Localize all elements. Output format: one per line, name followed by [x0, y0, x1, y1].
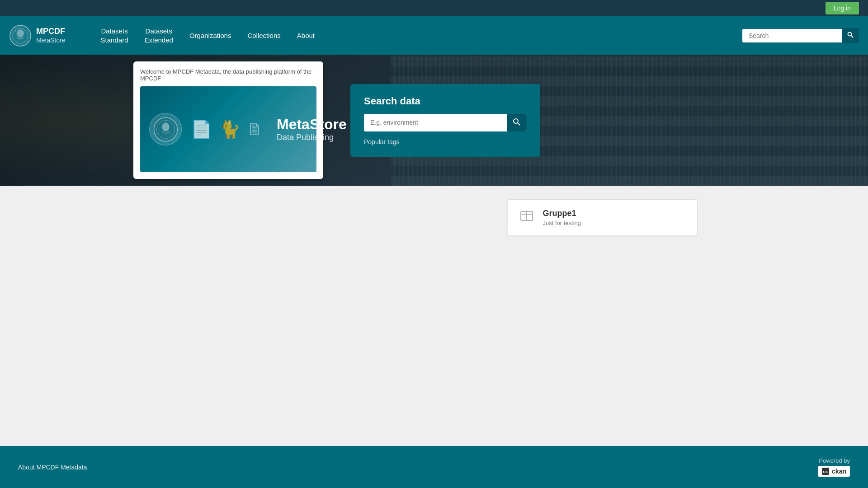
- login-bar: Log in: [0, 0, 868, 16]
- search-data-input[interactable]: [364, 114, 507, 131]
- server-icon: 🗎: [247, 120, 263, 139]
- search-data-input-wrap: [364, 114, 527, 131]
- search-data-title: Search data: [364, 95, 527, 107]
- file-icon: 📄: [191, 119, 212, 139]
- ckan-logo-icon: CK: [821, 467, 830, 475]
- organization-icon: [519, 209, 534, 226]
- svg-point-7: [162, 122, 169, 131]
- nav-organizations[interactable]: Organizations: [181, 27, 240, 45]
- search-data-icon: [513, 118, 520, 126]
- mpg-logo: [149, 113, 182, 145]
- svg-line-4: [851, 36, 854, 38]
- svg-text:CK: CK: [823, 470, 828, 474]
- hero-welcome-text: Welcome to MPCDF Metadata, the data publ…: [140, 68, 316, 82]
- organizations-list: Gruppe1 Just for testing: [508, 199, 698, 236]
- brand-logo-icon: [9, 24, 32, 47]
- footer: About MPCDF Metadata Powered by CK ckan: [0, 446, 868, 488]
- metastore-title: MetaStore: [277, 116, 347, 133]
- footer-about-link[interactable]: About MPCDF Metadata: [18, 464, 87, 471]
- gruppe1-description: Just for testing: [543, 220, 581, 226]
- search-icon: [847, 32, 854, 38]
- gruppe1-info: Gruppe1 Just for testing: [543, 209, 581, 226]
- hero-section: Welcome to MPCDF Metadata, the data publ…: [0, 55, 868, 186]
- brand-main-text: MPCDF: [36, 27, 66, 37]
- hero-panels: Welcome to MPCDF Metadata, the data publ…: [0, 55, 868, 186]
- main-content: Gruppe1 Just for testing: [0, 186, 868, 446]
- content-spacer: [171, 199, 508, 236]
- nav-datasets-extended[interactable]: Datasets Extended: [136, 22, 181, 49]
- database-icon: 🐈: [219, 119, 240, 139]
- ckan-label: ckan: [832, 468, 846, 475]
- login-button[interactable]: Log in: [826, 2, 859, 14]
- gruppe1-card[interactable]: Gruppe1 Just for testing: [508, 199, 698, 236]
- gruppe1-name: Gruppe1: [543, 209, 581, 218]
- hero-welcome-card: Welcome to MPCDF Metadata, the data publ…: [133, 61, 323, 179]
- nav-links: Datasets Standard Datasets Extended Orga…: [93, 22, 742, 49]
- navbar-search-input[interactable]: [742, 29, 842, 42]
- nav-collections[interactable]: Collections: [239, 27, 288, 45]
- navbar-search-button[interactable]: [842, 28, 859, 43]
- content-area: Gruppe1 Just for testing: [0, 186, 868, 249]
- nav-about[interactable]: About: [289, 27, 323, 45]
- hero-banner-text: MetaStore Data Publishing: [277, 116, 347, 142]
- popular-tags-label: Popular tags: [364, 138, 527, 145]
- svg-line-9: [518, 123, 520, 125]
- search-data-panel: Search data Popular tags: [350, 84, 540, 157]
- org-icon: [519, 209, 534, 223]
- svg-point-2: [17, 29, 24, 38]
- brand-link[interactable]: MPCDF MetaStore: [9, 24, 66, 47]
- brand-sub-text: MetaStore: [36, 37, 66, 44]
- nav-datasets-standard[interactable]: Datasets Standard: [93, 22, 137, 49]
- ckan-badge: CK ckan: [818, 466, 850, 477]
- mpg-coin-icon: [153, 117, 178, 142]
- hero-banner: 📄 🐈 🗎 MetaStore Data Publishing: [140, 86, 316, 172]
- svg-point-3: [848, 33, 852, 36]
- navbar-search-form: [742, 28, 859, 43]
- powered-by-text: Powered by: [819, 457, 850, 464]
- footer-right: Powered by CK ckan: [818, 457, 850, 477]
- svg-point-8: [514, 119, 518, 123]
- hero-banner-icons: 📄 🐈 🗎: [191, 119, 263, 139]
- navbar: MPCDF MetaStore Datasets Standard Datase…: [0, 16, 868, 55]
- search-data-button[interactable]: [507, 114, 527, 131]
- metastore-subtitle: Data Publishing: [277, 133, 347, 142]
